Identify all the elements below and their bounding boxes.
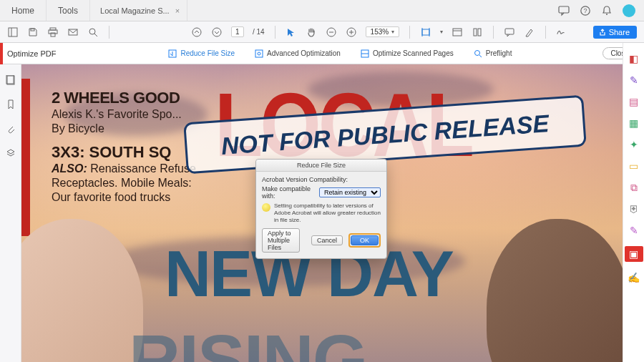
compatibility-select[interactable]: Retain existing (319, 187, 381, 197)
page-input[interactable]: 1 (231, 26, 244, 37)
apply-multiple-button[interactable]: Apply to Multiple Files (262, 228, 300, 253)
svg-text:?: ? (583, 7, 587, 14)
hand-tool-icon[interactable] (306, 26, 317, 38)
tab-tools[interactable]: Tools (47, 0, 90, 21)
fit-width-icon[interactable] (420, 26, 431, 38)
svg-rect-6 (31, 29, 34, 31)
subhead-1a: Alexis K.'s Favorite Spo... (52, 107, 196, 122)
optimize-scanned-button[interactable]: Optimize Scanned Pages (361, 49, 454, 58)
accent-mark (0, 43, 3, 64)
attachment-icon[interactable] (5, 123, 16, 134)
redact-icon[interactable]: ✎ (628, 225, 640, 236)
select-tool-icon[interactable] (286, 26, 297, 38)
ok-button[interactable]: OK (351, 235, 379, 245)
chevron-down-icon[interactable]: ▾ (440, 29, 443, 35)
app-tabbar: Home Tools Local Magazine S... × ? (0, 0, 644, 21)
optimize-toolbar: Optimize PDF Reduce File Size Advanced O… (0, 43, 644, 64)
close-tab-icon[interactable]: × (175, 6, 180, 15)
also-line-1: Renaissance Refuse (90, 162, 196, 175)
svg-rect-0 (559, 6, 569, 13)
also-line-2: Receptacles. Mobile Meals: (52, 176, 196, 190)
scanned-label: Optimize Scanned Pages (373, 49, 454, 57)
preflight-icon (474, 49, 482, 58)
share-button[interactable]: Share (593, 26, 637, 39)
cancel-button[interactable]: Cancel (311, 235, 343, 245)
stamp-text: NOT FOR PUBLIC RELEASE (220, 109, 550, 160)
svg-point-11 (89, 29, 95, 34)
svg-line-12 (94, 34, 97, 36)
sidebar-toggle-icon[interactable] (7, 26, 19, 38)
dialog-tip-text: Setting compatibility to later versions … (274, 202, 381, 224)
preflight-button[interactable]: Preflight (474, 49, 512, 58)
lightbulb-icon (262, 203, 270, 212)
scanned-icon (361, 49, 369, 58)
organize-icon[interactable]: ▦ (628, 117, 640, 129)
view-mode-icon[interactable] (472, 26, 483, 38)
page-up-icon[interactable] (191, 26, 203, 38)
svg-point-14 (213, 28, 221, 36)
headline-1: 2 WHEELS GOOD (52, 89, 196, 107)
page-down-icon[interactable] (211, 26, 223, 38)
tab-document[interactable]: Local Magazine S... × (90, 0, 187, 21)
edit-pdf-icon[interactable]: ✎ (628, 74, 640, 86)
optimize-title: Optimize PDF (7, 49, 77, 58)
bell-icon[interactable] (601, 5, 613, 16)
svg-rect-20 (422, 29, 429, 35)
headline-2: 3X3: SOUTH SQ (52, 143, 196, 162)
svg-rect-25 (505, 29, 514, 34)
svg-point-3 (606, 14, 608, 15)
avatar[interactable] (623, 4, 635, 17)
advanced-label: Advanced Optimization (267, 49, 341, 57)
mail-icon[interactable] (67, 26, 79, 38)
sign-icon[interactable] (556, 26, 567, 38)
advanced-optimization-button[interactable]: Advanced Optimization (255, 49, 341, 58)
zoom-out-icon[interactable] (326, 26, 337, 38)
cover-headlines: 2 WHEELS GOOD Alexis K.'s Favorite Spo..… (52, 89, 196, 205)
comment-tool-icon[interactable]: ▭ (628, 160, 640, 172)
protect-icon[interactable]: ⛨ (628, 203, 640, 215)
help-icon[interactable]: ? (580, 5, 591, 16)
dialog-title: Reduce File Size (256, 160, 386, 172)
svg-rect-21 (453, 29, 462, 36)
bookmark-icon[interactable] (5, 99, 16, 110)
combine-icon[interactable]: ⧉ (628, 182, 640, 193)
thumbnails-icon[interactable] (5, 74, 16, 86)
search-icon[interactable] (87, 26, 99, 38)
reduce-label: Reduce File Size (180, 49, 235, 57)
comment-icon[interactable] (504, 26, 515, 38)
tab-document-label: Local Magazine S... (100, 6, 170, 15)
cover-photo-right (479, 205, 623, 362)
zoom-value: 153% (371, 28, 389, 36)
page-total: / 14 (253, 28, 265, 36)
read-mode-icon[interactable] (452, 26, 463, 38)
layers-icon[interactable] (5, 147, 16, 159)
tab-home[interactable]: Home (0, 0, 47, 21)
advanced-icon (255, 49, 263, 58)
compat-label: Acrobat Version Compatibility: (262, 176, 381, 183)
create-pdf-icon[interactable]: ◧ (628, 53, 640, 64)
reduce-file-size-dialog: Reduce File Size Acrobat Version Compati… (255, 159, 387, 259)
highlight-icon[interactable] (524, 26, 535, 38)
enhance-icon[interactable]: ✦ (628, 139, 640, 150)
svg-rect-4 (9, 28, 17, 36)
reduce-icon (168, 49, 177, 58)
zoom-in-icon[interactable] (346, 26, 357, 38)
svg-rect-24 (478, 29, 481, 36)
chat-icon[interactable] (558, 5, 570, 16)
right-tool-rail: ◧ ✎ ▤ ▦ ✦ ▭ ⧉ ⛨ ✎ ▣ ✍ (623, 43, 644, 362)
fill-sign-icon[interactable]: ✍ (628, 272, 640, 283)
also-block: ALSO: Renaissance Refuse (52, 162, 196, 176)
zoom-input[interactable]: 153%▾ (366, 26, 400, 37)
share-label: Share (609, 28, 630, 36)
reduce-file-size-button[interactable]: Reduce File Size (168, 49, 235, 58)
svg-line-32 (479, 55, 482, 57)
cover-title-line2: RISING (129, 319, 366, 362)
chevron-down-icon: ▾ (391, 29, 394, 35)
main-toolbar: 1 / 14 153%▾ ▾ Share (0, 21, 644, 43)
print-icon[interactable] (47, 26, 59, 38)
save-icon[interactable] (27, 26, 39, 38)
svg-rect-27 (255, 50, 263, 57)
export-pdf-icon[interactable]: ▤ (628, 96, 640, 107)
preflight-label: Preflight (486, 49, 512, 57)
optimize-tool-icon[interactable]: ▣ (625, 246, 643, 262)
